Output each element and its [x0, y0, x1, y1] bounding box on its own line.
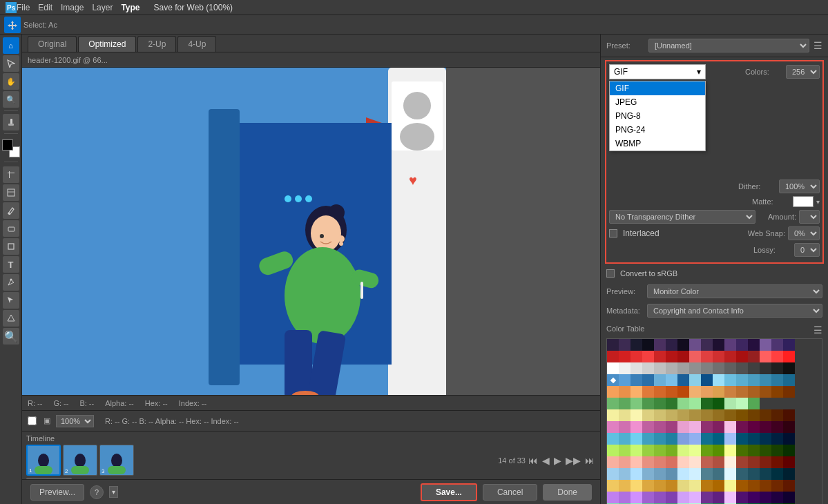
color-cell-4[interactable]	[654, 339, 666, 351]
color-cell-50[interactable]	[630, 374, 642, 386]
panel-menu-icon[interactable]: ☰	[813, 40, 822, 51]
color-cell-103[interactable]	[689, 409, 701, 421]
color-cell-72[interactable]	[701, 386, 713, 398]
color-cell-153[interactable]	[713, 445, 724, 456]
color-cell-152[interactable]	[701, 445, 713, 456]
color-cell-178[interactable]	[630, 468, 642, 480]
color-cell-139[interactable]	[736, 433, 748, 445]
color-cell-14[interactable]	[771, 339, 783, 351]
color-cell-186[interactable]	[724, 468, 736, 480]
metadata-select[interactable]: Copyright and Contact Info	[647, 304, 822, 318]
eraser-tool[interactable]	[3, 220, 19, 237]
color-cell-88[interactable]	[701, 398, 713, 409]
color-cell-24[interactable]	[701, 351, 713, 362]
color-cell-203[interactable]	[736, 480, 748, 492]
select-tool[interactable]	[3, 55, 19, 72]
shape-tool[interactable]	[3, 310, 19, 327]
move-tool[interactable]	[4, 17, 21, 33]
color-cell-22[interactable]	[677, 351, 689, 362]
color-cell-200[interactable]	[701, 480, 713, 492]
brush-tool[interactable]	[3, 202, 19, 219]
hand-tool[interactable]: ✋	[3, 73, 19, 90]
color-cell-177[interactable]	[619, 468, 630, 480]
color-cell-140[interactable]	[748, 433, 760, 445]
color-cell-156[interactable]	[748, 445, 760, 456]
color-cell-42[interactable]	[724, 362, 736, 374]
web-snap-select[interactable]: 0%	[788, 226, 820, 240]
color-cell-99[interactable]	[642, 409, 654, 421]
color-cell-73[interactable]	[713, 386, 724, 398]
color-cell-111[interactable]	[783, 409, 795, 421]
fg-bg-colors[interactable]	[2, 139, 20, 157]
color-cell-102[interactable]	[677, 409, 689, 421]
preview-checkbox[interactable]	[28, 416, 37, 425]
color-cell-148[interactable]	[654, 445, 666, 456]
color-cell-40[interactable]	[701, 362, 713, 374]
color-cell-116[interactable]	[654, 421, 666, 433]
color-cell-87[interactable]	[689, 398, 701, 409]
frame-1[interactable]: 1	[26, 445, 61, 476]
color-cell-33[interactable]	[619, 362, 630, 374]
color-cell-165[interactable]	[666, 456, 677, 468]
color-cell-183[interactable]	[689, 468, 701, 480]
color-cell-25[interactable]	[713, 351, 724, 362]
color-cell-222[interactable]	[771, 492, 783, 503]
color-cell-36[interactable]	[654, 362, 666, 374]
color-cell-26[interactable]	[724, 351, 736, 362]
color-cell-20[interactable]	[654, 351, 666, 362]
color-cell-5[interactable]	[666, 339, 677, 351]
color-cell-80[interactable]	[607, 398, 619, 409]
color-cell-125[interactable]	[760, 421, 771, 433]
save-button[interactable]: Save...	[421, 483, 477, 501]
color-cell-110[interactable]	[771, 409, 783, 421]
format-select-display[interactable]: GIF ▾	[609, 64, 706, 79]
color-cell-137[interactable]	[713, 433, 724, 445]
color-cell-163[interactable]	[642, 456, 654, 468]
color-cell-193[interactable]	[619, 480, 630, 492]
color-cell-187[interactable]	[736, 468, 748, 480]
color-cell-41[interactable]	[713, 362, 724, 374]
color-cell-7[interactable]	[689, 339, 701, 351]
color-cell-61[interactable]	[760, 374, 771, 386]
transparency-dither-select[interactable]: No Transparency Dither	[609, 210, 755, 224]
color-cell-199[interactable]	[689, 480, 701, 492]
color-cell-196[interactable]	[654, 480, 666, 492]
color-cell-167[interactable]	[689, 456, 701, 468]
color-cell-223[interactable]	[783, 492, 795, 503]
color-cell-202[interactable]	[724, 480, 736, 492]
color-cell-114[interactable]	[630, 421, 642, 433]
color-cell-109[interactable]	[760, 409, 771, 421]
color-cell-64[interactable]	[607, 386, 619, 398]
menu-image[interactable]: Image	[61, 3, 84, 12]
color-cell-150[interactable]	[677, 445, 689, 456]
color-cell-59[interactable]	[736, 374, 748, 386]
color-cell-127[interactable]	[783, 421, 795, 433]
color-cell-166[interactable]	[677, 456, 689, 468]
color-cell-79[interactable]	[783, 386, 795, 398]
dither-select[interactable]: 100%	[779, 180, 820, 193]
first-frame-btn[interactable]: ⏮	[527, 454, 539, 467]
preview-dropdown[interactable]: ▾	[109, 486, 118, 498]
color-cell-68[interactable]	[654, 386, 666, 398]
play-btn[interactable]: ▶	[552, 454, 563, 467]
interlaced-checkbox[interactable]	[609, 229, 617, 238]
frame-2[interactable]: 2	[63, 445, 97, 476]
tab-original[interactable]: Original	[28, 36, 77, 52]
path-select-tool[interactable]	[3, 292, 19, 309]
color-cell-13[interactable]	[760, 339, 771, 351]
color-cell-47[interactable]	[783, 362, 795, 374]
color-cell-201[interactable]	[713, 480, 724, 492]
color-cell-213[interactable]	[666, 492, 677, 503]
color-cell-144[interactable]	[607, 445, 619, 456]
color-cell-133[interactable]	[666, 433, 677, 445]
color-cell-145[interactable]	[619, 445, 630, 456]
color-cell-11[interactable]	[736, 339, 748, 351]
home-tool[interactable]: ⌂	[3, 37, 19, 54]
preview-select[interactable]: Monitor Color	[647, 284, 822, 298]
color-cell-29[interactable]	[760, 351, 771, 362]
matte-swatch[interactable]	[793, 196, 813, 207]
done-button[interactable]: Done	[543, 484, 592, 501]
matte-arrow[interactable]: ▾	[816, 198, 820, 206]
color-cell-184[interactable]	[701, 468, 713, 480]
color-cell-164[interactable]	[654, 456, 666, 468]
